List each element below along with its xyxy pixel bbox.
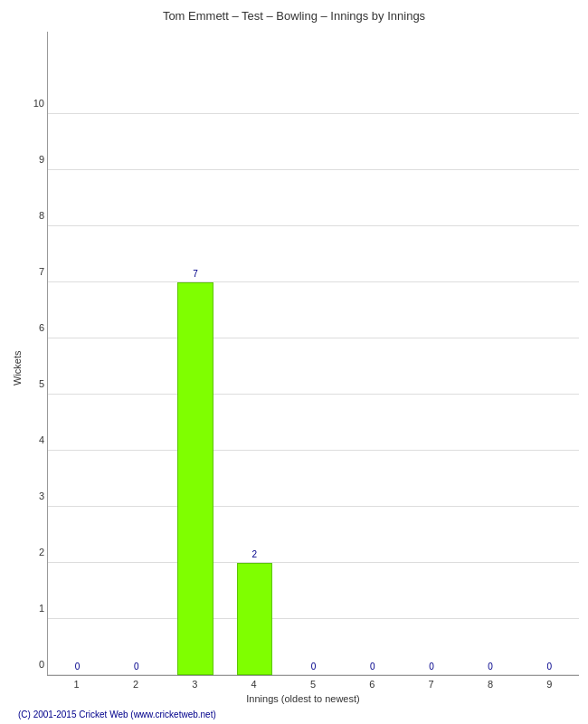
chart-area: Wickets 012345678910007200000 123456789 …	[9, 32, 579, 704]
y-tick-label: 1	[28, 603, 44, 614]
grid-line	[48, 562, 579, 563]
y-axis-label: Wickets	[9, 32, 25, 704]
copyright: (C) 2001-2015 Cricket Web (www.cricketwe…	[9, 710, 579, 719]
bar	[177, 282, 213, 675]
y-tick-label: 5	[28, 378, 44, 389]
grid-line	[48, 281, 579, 282]
grid-line	[48, 618, 579, 619]
x-tick-label: 1	[47, 679, 106, 690]
x-tick-label: 6	[343, 679, 402, 690]
y-tick-label: 6	[28, 322, 44, 333]
chart-inner: 012345678910007200000 123456789 Innings …	[27, 32, 579, 704]
y-tick-label: 3	[28, 491, 44, 501]
bar-value-label: 7	[172, 269, 219, 279]
grid-line	[48, 225, 579, 226]
bar	[237, 563, 272, 675]
grid-line	[48, 338, 579, 338]
bar-value-label: 0	[113, 662, 160, 672]
bar-value-label: 2	[231, 549, 278, 559]
x-tick-label: 9	[520, 679, 579, 690]
grid-line	[48, 394, 579, 395]
grid-line	[48, 450, 579, 451]
chart-title: Tom Emmett – Test – Bowling – Innings by…	[163, 9, 425, 23]
grid-line	[48, 169, 579, 170]
grid-line	[48, 674, 579, 675]
y-tick-label: 0	[28, 659, 44, 670]
bar-value-label: 0	[349, 662, 396, 672]
grid-line	[48, 113, 579, 114]
grid-line	[48, 506, 579, 507]
x-axis-title: Innings (oldest to newest)	[27, 693, 579, 704]
x-tick-label: 5	[283, 679, 342, 690]
y-tick-label: 8	[28, 210, 44, 221]
x-tick-label: 8	[460, 679, 519, 690]
bar-value-label: 0	[408, 662, 455, 672]
bar-value-label: 0	[467, 662, 514, 672]
x-tick-label: 4	[224, 679, 283, 690]
chart-container: Tom Emmett – Test – Bowling – Innings by…	[0, 0, 588, 724]
plot-area: 012345678910007200000	[47, 32, 579, 676]
y-tick-label: 10	[28, 98, 44, 109]
bar-value-label: 0	[54, 662, 101, 672]
bar-value-label: 0	[289, 662, 337, 672]
y-tick-label: 9	[28, 154, 44, 165]
x-axis-labels: 123456789	[47, 679, 579, 690]
y-tick-label: 4	[28, 434, 44, 445]
x-tick-label: 3	[166, 679, 224, 690]
x-tick-label: 7	[402, 679, 460, 690]
x-tick-label: 2	[106, 679, 165, 690]
bar-value-label: 0	[526, 662, 573, 672]
y-tick-label: 7	[28, 266, 44, 277]
y-tick-label: 2	[28, 547, 44, 557]
